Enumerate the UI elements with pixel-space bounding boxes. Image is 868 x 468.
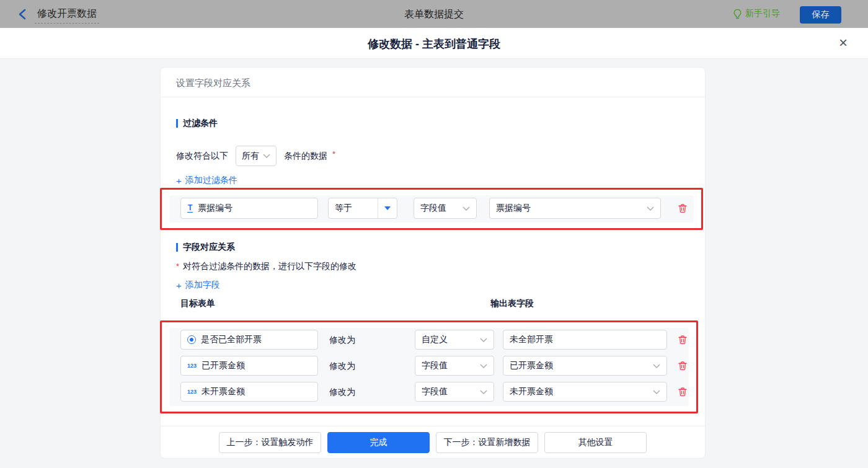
required-mark: * bbox=[176, 262, 179, 271]
value-type-value: 字段值 bbox=[422, 360, 448, 371]
filter-field-picker[interactable]: T 票据编号 bbox=[180, 198, 318, 219]
add-filter-label: 添加过滤条件 bbox=[185, 175, 237, 186]
delete-row-button[interactable] bbox=[676, 360, 689, 372]
radio-icon bbox=[187, 335, 196, 344]
target-field-label: 是否已全部开票 bbox=[201, 334, 262, 345]
annotation-box-mapping: 是否已全部开票 修改为 自定义 123 bbox=[160, 320, 698, 413]
operator-select[interactable]: 等于 bbox=[328, 198, 397, 219]
filter-section-title: 过滤条件 bbox=[176, 118, 218, 129]
chevron-down-icon bbox=[480, 390, 487, 394]
chevron-down-icon bbox=[647, 206, 654, 211]
dialog-body: 设置字段对应关系 过滤条件 修改符合以下 所有 条件的数据 * + bbox=[0, 59, 868, 468]
section-accent-bar bbox=[176, 243, 178, 252]
trash-icon bbox=[677, 360, 688, 371]
output-field-select[interactable]: 未开票金额 bbox=[503, 382, 667, 402]
divider bbox=[161, 426, 705, 426]
required-mark: * bbox=[332, 149, 335, 159]
chevron-down-icon bbox=[463, 206, 470, 211]
chevron-down-icon bbox=[653, 364, 660, 368]
delete-row-button[interactable] bbox=[676, 333, 689, 346]
target-field-picker[interactable]: 123 未开票金额 bbox=[180, 382, 318, 402]
custom-value-input[interactable] bbox=[503, 330, 667, 350]
match-suffix-label: 条件的数据 bbox=[284, 151, 327, 162]
dialog-title: 修改数据 - 主表到普通字段 bbox=[0, 37, 868, 51]
value-type-select[interactable]: 自定义 bbox=[415, 330, 494, 350]
target-field-picker[interactable]: 是否已全部开票 bbox=[180, 330, 318, 350]
beginner-guide-label: 新手引导 bbox=[745, 8, 780, 19]
plus-icon: + bbox=[176, 280, 182, 291]
delete-filter-button[interactable] bbox=[676, 202, 689, 214]
triangle-down-icon bbox=[384, 206, 391, 210]
chevron-down-icon bbox=[480, 338, 487, 342]
top-app-bar: 修改开票数据 表单数据提交 新手引导 保存 bbox=[0, 0, 868, 28]
chevron-down-icon bbox=[653, 390, 660, 394]
operator-value: 等于 bbox=[329, 203, 378, 214]
filter-section-label: 过滤条件 bbox=[183, 118, 218, 129]
divider bbox=[161, 97, 705, 97]
dialog-footer: 上一步：设置触发动作 完成 下一步：设置新增数据 其他设置 bbox=[161, 432, 705, 453]
target-field-label: 已开票金额 bbox=[202, 360, 245, 371]
beginner-guide-link[interactable]: 新手引导 bbox=[733, 8, 780, 19]
lightbulb-icon bbox=[733, 9, 742, 19]
text-field-icon: T bbox=[187, 204, 193, 213]
modify-to-label: 修改为 bbox=[329, 330, 366, 350]
add-field-link[interactable]: + 添加字段 bbox=[176, 280, 220, 291]
filter-value-select[interactable]: 票据编号 bbox=[489, 198, 661, 219]
number-icon: 123 bbox=[187, 389, 197, 395]
mapping-section-label: 字段对应关系 bbox=[183, 242, 235, 253]
number-icon: 123 bbox=[187, 363, 197, 369]
delete-row-button[interactable] bbox=[676, 386, 689, 398]
close-icon[interactable]: × bbox=[833, 33, 853, 53]
output-field-select[interactable]: 已开票金额 bbox=[503, 356, 667, 376]
filter-field-label: 票据编号 bbox=[198, 203, 232, 214]
mapping-description: *对符合过滤条件的数据，进行以下字段的修改 bbox=[176, 261, 356, 272]
output-field-value: 未开票金额 bbox=[510, 386, 553, 397]
value-type-value: 自定义 bbox=[422, 334, 448, 345]
save-button[interactable]: 保存 bbox=[800, 6, 841, 24]
mapping-section-title: 字段对应关系 bbox=[176, 242, 235, 253]
chevron-down-icon bbox=[263, 154, 270, 158]
match-condition-row: 修改符合以下 所有 条件的数据 * bbox=[176, 146, 335, 166]
value-type-select[interactable]: 字段值 bbox=[415, 382, 494, 402]
dialog-header: 修改数据 - 主表到普通字段 × bbox=[0, 28, 868, 59]
match-mode-select[interactable]: 所有 bbox=[236, 146, 277, 166]
done-button[interactable]: 完成 bbox=[327, 432, 430, 453]
value-type-value: 字段值 bbox=[422, 386, 448, 397]
page: 修改开票数据 表单数据提交 新手引导 保存 修改数据 - 主表到普通字段 × 设… bbox=[0, 0, 868, 468]
dropdown-caret-zone[interactable] bbox=[378, 198, 397, 218]
target-field-label: 未开票金额 bbox=[202, 386, 245, 397]
output-field-value: 已开票金额 bbox=[510, 360, 553, 371]
target-field-picker[interactable]: 123 已开票金额 bbox=[180, 356, 318, 376]
value-type-value: 字段值 bbox=[420, 203, 446, 214]
add-field-label: 添加字段 bbox=[185, 280, 220, 291]
annotation-box-filter: T 票据编号 等于 字段值 票据编号 bbox=[160, 188, 703, 230]
trash-icon bbox=[677, 334, 688, 345]
plus-icon: + bbox=[176, 175, 182, 186]
match-mode-value: 所有 bbox=[242, 151, 259, 162]
other-settings-button[interactable]: 其他设置 bbox=[544, 432, 647, 453]
match-prefix-label: 修改符合以下 bbox=[176, 151, 228, 162]
output-field-column-header: 输出表字段 bbox=[490, 298, 534, 309]
modify-to-label: 修改为 bbox=[329, 356, 366, 376]
value-type-select[interactable]: 字段值 bbox=[415, 356, 494, 376]
value-type-select[interactable]: 字段值 bbox=[414, 198, 477, 219]
add-filter-condition-link[interactable]: + 添加过滤条件 bbox=[176, 175, 237, 186]
target-form-column-header: 目标表单 bbox=[180, 298, 215, 309]
prev-step-button[interactable]: 上一步：设置触发动作 bbox=[219, 432, 321, 453]
trash-icon bbox=[677, 203, 688, 214]
chevron-down-icon bbox=[480, 364, 487, 368]
next-step-button[interactable]: 下一步：设置新增数据 bbox=[436, 432, 538, 453]
card-header-title: 设置字段对应关系 bbox=[176, 77, 250, 89]
trash-icon bbox=[677, 386, 688, 397]
mapping-description-text: 对符合过滤条件的数据，进行以下字段的修改 bbox=[183, 261, 356, 271]
filter-value-field: 票据编号 bbox=[496, 203, 531, 214]
settings-card: 设置字段对应关系 过滤条件 修改符合以下 所有 条件的数据 * + bbox=[160, 67, 706, 459]
section-accent-bar bbox=[176, 119, 178, 128]
modify-to-label: 修改为 bbox=[329, 382, 366, 402]
